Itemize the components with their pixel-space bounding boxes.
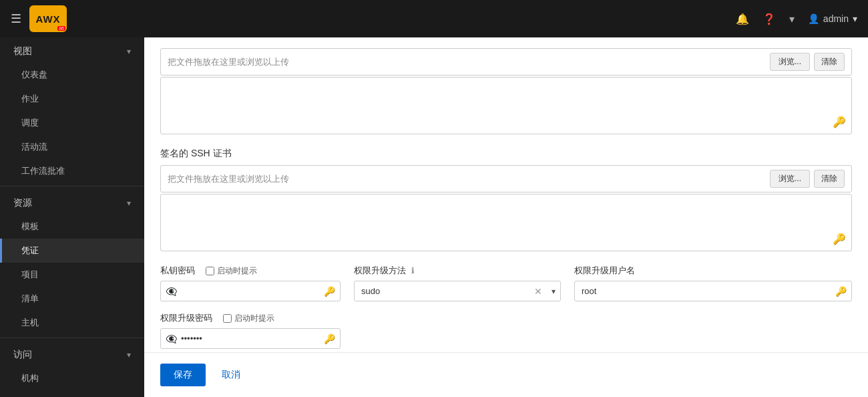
priv-pass-eye-slash-icon: 👁‍🗨 [166,334,177,344]
priv-user-label-row: 权限升级用户名 [574,265,852,277]
priv-user-input-container: 🔑 [574,281,852,301]
priv-method-label-row: 权限升级方法 ℹ [354,265,561,277]
top-file-upload-row: 把文件拖放在这里或浏览以上传 浏览... 清除 [160,48,852,76]
sidebar-item-schedule[interactable]: 调度 [0,111,144,135]
priv-pass-label-row: 权限升级密码 启动时提示 [160,312,341,324]
private-key-prompt-text: 启动时提示 [217,265,257,277]
sidebar-item-dashboard[interactable]: 仪表盘 [0,63,144,87]
sidebar: 视图 ▾ 仪表盘 作业 调度 活动流 工作流批准 资源 ▾ 模板 凭证 项目 清… [0,37,144,397]
sidebar-item-workflow-approvals[interactable]: 工作流批准 [0,159,144,183]
priv-user-key-icon[interactable]: 🔑 [835,286,847,297]
navbar-left: ☰ AWX 86 [11,5,67,32]
user-chevron-icon: ▾ [853,13,857,24]
sidebar-item-inventory[interactable]: 清单 [0,287,144,311]
content-inner: 把文件拖放在这里或浏览以上传 浏览... 清除 🔑 签名的 SSH 证书 [144,37,868,352]
username-label: admin [823,13,849,24]
sidebar-item-projects[interactable]: 项目 [0,263,144,287]
sidebar-item-activity-stream[interactable]: 活动流 [0,135,144,159]
ssh-cert-textarea-container: 🔑 [160,194,852,251]
user-menu[interactable]: 👤 admin ▾ [808,13,857,24]
priv-method-select[interactable]: sudo su pbrun pfexec [354,281,561,301]
priv-user-input[interactable] [574,281,852,301]
private-key-prompt-label: 启动时提示 [206,265,257,277]
sidebar-item-users[interactable]: 用户 [0,390,144,397]
cancel-button[interactable]: 取消 [214,364,248,386]
top-browse-button[interactable]: 浏览... [770,53,810,71]
priv-pass-group: 权限升级密码 启动时提示 👁‍🗨 🔑 [160,312,341,349]
sidebar-resources-chevron-icon: ▾ [127,198,131,208]
priv-pass-key-icon[interactable]: 🔑 [324,334,335,344]
ssh-file-upload-row: 把文件拖放在这里或浏览以上传 浏览... 清除 [160,165,852,192]
private-key-prompt-checkbox[interactable] [206,267,214,275]
top-textarea-container: 🔑 [160,77,852,134]
top-upload-placeholder: 把文件拖放在这里或浏览以上传 [168,56,289,68]
priv-method-info-icon[interactable]: ℹ [411,266,415,275]
sidebar-divider-1 [0,186,144,186]
sidebar-item-templates[interactable]: 模板 [0,215,144,239]
priv-user-group: 权限升级用户名 🔑 [574,265,852,301]
priv-pass-input-container: 👁‍🗨 🔑 [160,328,341,349]
sidebar-item-jobs[interactable]: 作业 [0,87,144,111]
ssh-cert-textarea[interactable] [161,194,851,248]
bell-icon[interactable]: 🔔 [736,13,749,25]
priv-fields-row: 私钥密码 启动时提示 👁‍🗨 🔑 [160,265,852,301]
top-textarea[interactable] [161,78,851,131]
private-key-group: 私钥密码 启动时提示 👁‍🗨 🔑 [160,265,341,301]
hamburger-icon[interactable]: ☰ [11,11,21,26]
help-chevron-icon[interactable]: ▾ [789,13,795,25]
sidebar-section-access[interactable]: 访问 ▾ [0,341,144,366]
ssh-upload-placeholder: 把文件拖放在这里或浏览以上传 [168,173,289,185]
priv-method-group: 权限升级方法 ℹ sudo su pbrun pfexec ✕ ▾ [354,265,561,301]
ssh-clear-button[interactable]: 清除 [814,170,845,188]
main-container: 视图 ▾ 仪表盘 作业 调度 活动流 工作流批准 资源 ▾ 模板 凭证 项目 清… [0,37,868,397]
navbar: ☰ AWX 86 🔔 ❓ ▾ 👤 admin ▾ [0,0,868,37]
priv-pass-prompt-checkbox[interactable] [223,314,232,323]
priv-pass-prompt-label: 启动时提示 [223,313,274,324]
priv-pass-prompt-text: 启动时提示 [234,313,274,324]
ssh-cert-section: 签名的 SSH 证书 把文件拖放在这里或浏览以上传 浏览... 清除 🔑 [160,148,852,251]
user-icon: 👤 [808,13,819,24]
save-button[interactable]: 保存 [160,364,206,386]
priv-pass-input[interactable] [160,328,341,349]
ssh-browse-button[interactable]: 浏览... [770,170,810,188]
content-area: 把文件拖放在这里或浏览以上传 浏览... 清除 🔑 签名的 SSH 证书 [144,37,868,352]
top-partial-section: 把文件拖放在这里或浏览以上传 浏览... 清除 🔑 [160,48,852,134]
ssh-upload-buttons: 浏览... 清除 [770,170,845,188]
sidebar-view-chevron-icon: ▾ [127,47,131,56]
top-upload-buttons: 浏览... 清除 [770,53,845,71]
priv-pass-label: 权限升级密码 [160,312,212,324]
sidebar-section-view[interactable]: 视图 ▾ [0,37,144,63]
form-actions: 保存 取消 [144,352,868,397]
logo-badge: 86 [57,26,65,31]
sidebar-section-resources-label: 资源 [13,197,32,209]
sidebar-item-organization[interactable]: 机构 [0,366,144,390]
priv-method-clear-icon[interactable]: ✕ [534,286,542,297]
sidebar-section-resources[interactable]: 资源 ▾ [0,189,144,215]
private-key-input-container: 👁‍🗨 🔑 [160,281,341,301]
navbar-right: 🔔 ❓ ▾ 👤 admin ▾ [736,13,857,25]
help-icon[interactable]: ❓ [763,13,776,25]
private-key-key-icon[interactable]: 🔑 [324,286,335,297]
private-key-label-row: 私钥密码 启动时提示 [160,265,341,277]
sidebar-divider-2 [0,338,144,338]
priv-pass-row: 权限升级密码 启动时提示 👁‍🗨 🔑 [160,312,852,349]
top-clear-button[interactable]: 清除 [814,53,845,71]
priv-method-select-container: sudo su pbrun pfexec ✕ ▾ [354,281,561,301]
sidebar-access-chevron-icon: ▾ [127,350,131,360]
priv-user-label: 权限升级用户名 [574,265,635,277]
priv-method-label: 权限升级方法 [354,265,406,277]
top-key-icon[interactable]: 🔑 [833,116,846,128]
logo-container[interactable]: AWX 86 [29,5,67,32]
ssh-cert-label: 签名的 SSH 证书 [160,148,852,160]
sidebar-section-access-label: 访问 [13,349,32,361]
private-key-eye-slash-icon: 👁‍🗨 [166,286,177,297]
private-key-label: 私钥密码 [160,265,195,277]
logo-text: AWX [35,13,60,25]
sidebar-item-credentials[interactable]: 凭证 [0,239,144,263]
sidebar-section-view-label: 视图 [13,45,32,57]
private-key-input[interactable] [160,281,341,301]
ssh-cert-key-icon[interactable]: 🔑 [833,233,846,245]
sidebar-item-hosts[interactable]: 主机 [0,311,144,335]
